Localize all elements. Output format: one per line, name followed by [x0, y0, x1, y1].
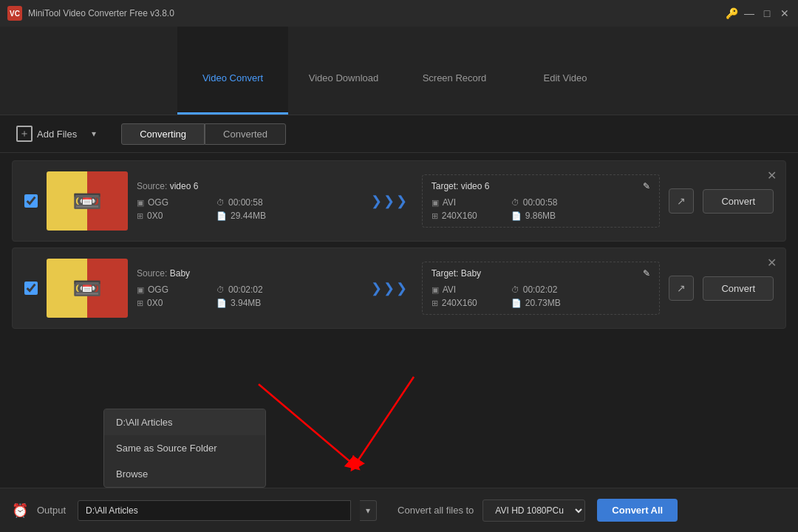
output-path-input[interactable] — [78, 500, 351, 521]
add-files-button[interactable]: ＋ Add Files — [12, 123, 81, 145]
output-path-dropdown-button[interactable]: ▾ — [360, 500, 377, 521]
file-2-checkbox[interactable] — [24, 282, 38, 295]
tab-video-download[interactable]: Video Download — [288, 27, 399, 115]
file-1-thumbnail: 📼 — [47, 171, 128, 231]
tab-screen-record[interactable]: Screen Record — [399, 27, 510, 115]
target-duration-2: ⏱ 00:02:02 — [511, 284, 578, 295]
source-size-2: 📄 3.94MB — [216, 298, 283, 308]
dropdown-item-browse[interactable]: Browse — [104, 461, 265, 487]
bottom-bar: ⏰ Output ▾ Convert all files to AVI HD 1… — [0, 488, 798, 532]
convert-all-button[interactable]: Convert All — [597, 499, 678, 522]
target-resolution-1: ⊞ 240X160 — [432, 211, 498, 221]
app-title: MiniTool Video Converter Free v3.8.0 — [28, 8, 174, 18]
tab-screen-record-label: Screen Record — [423, 72, 487, 83]
source-format-1: ▣ OGG — [137, 197, 203, 208]
source-duration-2: ⏱ 00:02:02 — [216, 284, 283, 295]
cassette-icon-2: 📼 — [72, 274, 102, 302]
app-icon: VC — [7, 6, 22, 21]
output-label: Output — [37, 505, 66, 516]
convert-all-files-label: Convert all files to — [398, 505, 474, 516]
add-files-icon: ＋ — [16, 126, 33, 142]
tab-edit-video-label: Edit Video — [543, 72, 587, 83]
source-label-2: Source: Baby — [137, 268, 356, 279]
close-file-2-button[interactable]: ✕ — [767, 256, 777, 270]
format-selector[interactable]: AVI HD 1080PCu — [482, 499, 585, 522]
preview-button-1[interactable]: ↗ — [669, 188, 694, 214]
dropdown-item-same-source[interactable]: Same as Source Folder — [104, 435, 265, 461]
file-1-checkbox[interactable] — [24, 194, 38, 208]
maximize-button[interactable]: □ — [761, 7, 773, 19]
minimize-button[interactable]: — — [743, 7, 755, 19]
target-format-1: ▣ AVI — [432, 197, 498, 208]
clock-icon: ⏰ — [12, 502, 28, 519]
tab-video-convert[interactable]: ⬛ Video Convert — [177, 27, 288, 115]
close-file-1-button[interactable]: ✕ — [767, 168, 777, 183]
close-button[interactable]: ✕ — [779, 7, 791, 19]
file-2-thumbnail: 📼 — [47, 259, 128, 318]
target-label-1: Target: video 6 ✎ — [432, 181, 651, 191]
target-resolution-2: ⊞ 240X160 — [432, 298, 498, 308]
tab-edit-video[interactable]: Edit Video — [510, 27, 621, 115]
source-resolution-1: ⊞ 0X0 — [137, 211, 203, 221]
convert-button-1[interactable]: Convert — [703, 189, 774, 214]
output-dropdown-menu: D:\All Articles Same as Source Folder Br… — [103, 409, 266, 488]
add-files-dropdown-button[interactable]: ▾ — [89, 126, 99, 142]
title-bar-controls: 🔑 — □ ✕ — [726, 7, 791, 19]
source-label-1: Source: video 6 — [137, 181, 356, 191]
tab-converting[interactable]: Converting — [121, 123, 205, 145]
convert-button-2[interactable]: Convert — [703, 276, 774, 301]
edit-target-1-icon[interactable]: ✎ — [643, 181, 650, 191]
source-duration-1: ⏱ 00:00:58 — [216, 197, 283, 208]
file-1-target-meta: Target: video 6 ✎ ▣ AVI ⏱ 00:00:58 ⊞ — [422, 174, 661, 228]
convert-arrows-1: ❯❯❯ — [365, 193, 413, 209]
target-size-1: 📄 9.86MB — [511, 211, 578, 221]
tab-video-convert-label: Video Convert — [202, 72, 263, 83]
source-size-1: 📄 29.44MB — [216, 211, 283, 221]
target-label-2: Target: Baby ✎ — [432, 268, 651, 279]
target-duration-1: ⏱ 00:00:58 — [511, 197, 578, 208]
file-2-source-meta: Source: Baby ▣ OGG ⏱ 00:02:02 ⊞ — [137, 268, 356, 308]
preview-button-2[interactable]: ↗ — [669, 276, 694, 301]
edit-target-2-icon[interactable]: ✎ — [643, 268, 650, 279]
target-format-2: ▣ AVI — [432, 284, 498, 295]
tab-converted[interactable]: Converted — [205, 123, 286, 145]
title-bar: VC MiniTool Video Converter Free v3.8.0 … — [0, 0, 798, 27]
dropdown-item-d-articles[interactable]: D:\All Articles — [104, 409, 265, 435]
file-2-target-meta: Target: Baby ✎ ▣ AVI ⏱ 00:02:02 ⊞ — [422, 262, 661, 315]
add-files-label: Add Files — [37, 129, 77, 140]
cassette-icon: 📼 — [72, 187, 102, 215]
title-bar-left: VC MiniTool Video Converter Free v3.8.0 — [7, 6, 174, 21]
file-card: ✕ 📼 Source: video 6 ▣ OGG ⏱ 00:00:58 — [12, 160, 786, 242]
nav-bar: ⬛ Video Convert Video Download Screen Re… — [0, 27, 798, 115]
source-format-2: ▣ OGG — [137, 284, 203, 295]
toolbar: ＋ Add Files ▾ Converting Converted — [0, 115, 798, 153]
file-1-source-meta: Source: video 6 ▣ OGG ⏱ 00:00:58 ⊞ — [137, 181, 356, 221]
sub-tab-group: Converting Converted — [121, 123, 286, 145]
convert-arrows-2: ❯❯❯ — [365, 280, 413, 296]
target-size-2: 📄 20.73MB — [511, 298, 578, 308]
source-resolution-2: ⊞ 0X0 — [137, 298, 203, 308]
tab-video-download-label: Video Download — [309, 72, 378, 83]
key-icon[interactable]: 🔑 — [726, 7, 737, 19]
file-card: ✕ 📼 Source: Baby ▣ OGG ⏱ 00:02:02 — [12, 248, 786, 329]
